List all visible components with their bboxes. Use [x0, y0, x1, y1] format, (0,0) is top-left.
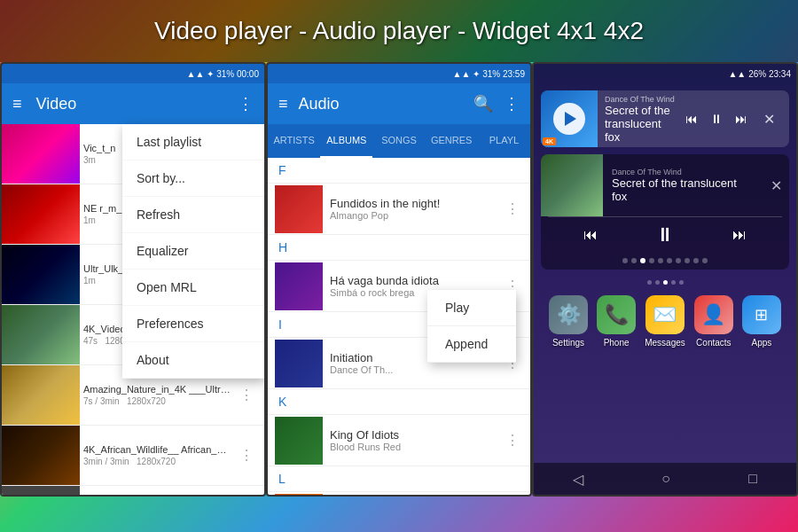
widget-next-icon[interactable]: ⏭: [732, 108, 751, 129]
menu-preferences[interactable]: Preferences: [122, 306, 264, 342]
contacts-icon: 👤: [694, 295, 733, 334]
phone-video: ▲▲ ✦ 31% 00:00 ≡ Video ⋮ Last playlist S…: [0, 62, 266, 497]
tab-playlists[interactable]: PLAYL: [478, 124, 530, 158]
video-thumbnail: [2, 124, 80, 184]
widget-close-icon[interactable]: ✕: [756, 107, 782, 131]
list-item[interactable]: Fundidos in the night! Almango Pop ⋮: [268, 184, 530, 235]
toolbar-more-icon[interactable]: ⋮: [238, 94, 254, 113]
menu-about[interactable]: About: [122, 342, 264, 379]
menu-equalizer[interactable]: Equalizer: [122, 233, 264, 270]
audio-album-name: Há vaga bunda idiota: [330, 274, 502, 287]
widget-4x2-pause-icon[interactable]: ⏸: [655, 223, 675, 246]
table-row[interactable]: 4K_African_Wildlife__ African_Nature_Sho…: [2, 426, 264, 486]
audio-more-icon[interactable]: ⋮: [504, 94, 520, 113]
video-thumbnail: [2, 365, 80, 426]
nav-back-icon[interactable]: ◁: [573, 471, 583, 488]
app-icon-contacts[interactable]: 👤 Contacts: [694, 295, 733, 348]
audio-thumbnail: [275, 185, 323, 233]
phones-container: ▲▲ ✦ 31% 00:00 ≡ Video ⋮ Last playlist S…: [0, 62, 798, 532]
app-icon-apps[interactable]: ⊞ Apps: [742, 295, 781, 348]
audio-more-icon[interactable]: ⋮: [502, 197, 523, 221]
video-meta: 3min / 3min 1280x720: [83, 457, 232, 466]
video-more-icon[interactable]: ⋮: [236, 383, 257, 407]
progress-dot: [685, 258, 690, 263]
page-title: Video player - Audio player - Widget 4x1…: [154, 17, 644, 45]
title-bar: Video player - Audio player - Widget 4x1…: [0, 0, 798, 62]
video-more-icon[interactable]: ⋮: [236, 443, 257, 467]
widget-pause-icon[interactable]: ⏸: [707, 108, 726, 129]
context-append[interactable]: Append: [427, 326, 516, 363]
widget-4k-badge: 4K: [543, 137, 556, 145]
nav-recents-icon[interactable]: □: [748, 471, 757, 487]
audio-thumbnail: [275, 340, 323, 387]
tab-artists[interactable]: ARTISTS: [268, 124, 320, 158]
widget-play-button[interactable]: [553, 103, 585, 135]
progress-dot: [667, 258, 672, 263]
menu-sort-by[interactable]: Sort by...: [122, 160, 264, 197]
home-signal-icons: ▲▲: [728, 69, 746, 79]
tab-genres[interactable]: GENRES: [426, 124, 478, 158]
widget-4x2-next-icon[interactable]: ⏭: [732, 227, 747, 243]
progress-dot: [676, 258, 681, 263]
video-status-bar: ▲▲ ✦ 31% 00:00: [2, 64, 264, 83]
widget-4x2-prev-icon[interactable]: ⏮: [583, 227, 598, 243]
home-status-bar: ▲▲ 26% 23:34: [534, 64, 796, 83]
audio-album-name: King Of Idiots: [330, 428, 502, 442]
home-dots: [541, 277, 789, 288]
progress-dot: [631, 258, 637, 263]
video-thumbnail: [2, 184, 80, 245]
video-toolbar-title: Video: [36, 95, 223, 113]
audio-info: Fundidos in the night! Almango Pop: [330, 193, 502, 224]
table-row[interactable]: 10101758479425232 ⋮: [2, 486, 264, 497]
play-triangle-icon: [565, 112, 576, 126]
audio-hamburger-icon[interactable]: ≡: [278, 95, 288, 113]
app-icon-phone[interactable]: 📞 Phone: [597, 295, 636, 348]
app-label-apps: Apps: [752, 338, 772, 348]
widget-4x2[interactable]: Dance Of The Wind Secret of the transluc…: [541, 154, 789, 270]
audio-artist: Almango Pop: [330, 210, 502, 221]
app-grid: ⚙️ Settings 📞 Phone ✉️ Messages 👤 Contac…: [541, 288, 789, 355]
nav-home-icon[interactable]: ○: [661, 471, 670, 487]
progress-dot: [702, 258, 708, 263]
audio-thumbnail: [275, 417, 323, 465]
context-play[interactable]: Play: [427, 290, 516, 326]
apps-icon: ⊞: [742, 295, 781, 334]
video-status-text: 31% 00:00: [216, 69, 259, 79]
home-dot: [671, 280, 676, 285]
video-thumbnail: [2, 426, 80, 486]
messages-icon: ✉️: [645, 295, 685, 334]
app-label-phone: Phone: [604, 338, 630, 348]
widget-subtitle: Dance Of The Wind: [605, 95, 675, 104]
section-header-f: F: [268, 158, 530, 184]
video-info: 4K_African_Wildlife__ African_Nature_Sho…: [80, 439, 236, 472]
phone-audio: ▲▲ ✦ 31% 23:59 ≡ Audio 🔍 ⋮ ARTISTS ALBUM…: [266, 62, 532, 497]
tab-albums[interactable]: ALBUMS: [320, 124, 372, 158]
video-thumbnail: [2, 486, 80, 497]
tab-songs[interactable]: SONGS: [372, 124, 425, 158]
list-item[interactable]: King Of Idiots Blood Runs Red ⋮: [268, 415, 530, 466]
audio-status-text: 31% 23:59: [482, 69, 525, 79]
widget-4x2-subtitle: Dance Of The Wind: [612, 168, 755, 176]
phone-home: ▲▲ 26% 23:34 4K Dance Of The Wind Secret…: [532, 62, 798, 497]
app-icon-settings[interactable]: ⚙️ Settings: [549, 295, 588, 348]
widget-prev-icon[interactable]: ⏮: [682, 108, 701, 129]
list-item[interactable]: Lalala ⋮: [268, 492, 530, 497]
app-icon-messages[interactable]: ✉️ Messages: [645, 295, 685, 348]
home-dot: [655, 280, 660, 285]
menu-refresh[interactable]: Refresh: [122, 197, 264, 233]
section-header-h: H: [268, 235, 530, 261]
progress-dot-active: [640, 258, 645, 263]
video-meta: 7s / 3min 1280x720: [83, 396, 232, 406]
menu-last-playlist[interactable]: Last playlist: [122, 124, 264, 160]
hamburger-icon[interactable]: ≡: [12, 95, 22, 113]
widget-controls: ⏮ ⏸ ⏭ ✕: [682, 107, 789, 131]
audio-thumbnail: [275, 262, 323, 310]
audio-more-icon[interactable]: ⋮: [502, 428, 523, 452]
search-icon[interactable]: 🔍: [473, 94, 493, 113]
menu-open-mrl[interactable]: Open MRL: [122, 270, 264, 306]
widget-4x2-controls: ⏮ ⏸ ⏭: [541, 217, 789, 252]
widget-album-art: 4K: [541, 90, 598, 147]
widget-4x2-close-icon[interactable]: ✕: [763, 170, 789, 201]
video-dropdown-menu: Last playlist Sort by... Refresh Equaliz…: [122, 124, 264, 379]
widget-4x1[interactable]: 4K Dance Of The Wind Secret of the trans…: [541, 90, 789, 147]
